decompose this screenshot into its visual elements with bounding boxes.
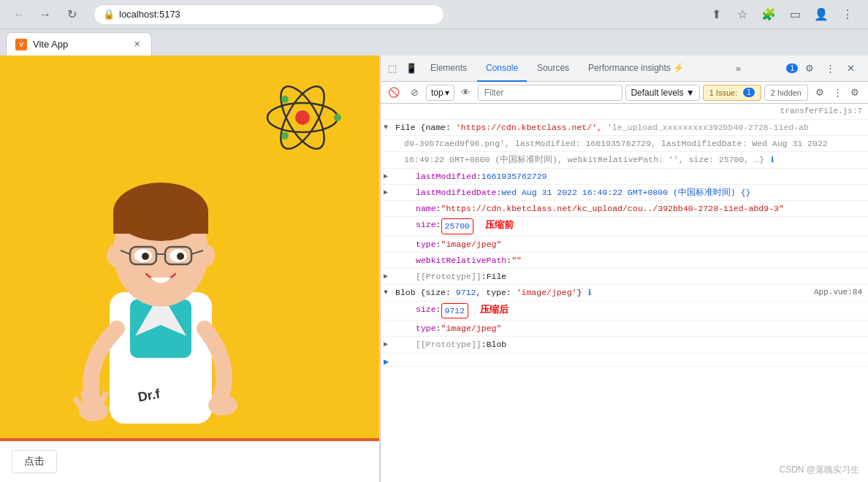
console-type-before: ▶ type : "image/jpeg" (381, 237, 868, 253)
svg-point-4 (281, 96, 289, 103)
tab-elements[interactable]: Elements (422, 56, 476, 82)
console-name-prop: ▶ name : "https://cdn.kbetclass.net/kc_u… (381, 201, 868, 217)
svg-point-3 (334, 114, 341, 121)
share-button[interactable]: ⬆ (704, 3, 728, 26)
app-ref-label: App.vue:84 (814, 286, 862, 299)
size-before-box: 25700 (441, 218, 474, 234)
svg-point-27 (177, 253, 184, 260)
devtools-dots-btn[interactable]: ⋮ (829, 84, 846, 102)
extensions-button[interactable]: 🧩 (757, 3, 780, 26)
size-after-box: 9712 (441, 303, 469, 318)
issue-label: 1 Issue: (709, 88, 738, 97)
tab-close-button[interactable]: ✕ (131, 39, 142, 50)
console-prompt-arrow: ▶ (384, 356, 389, 369)
click-button[interactable]: 点击 (12, 450, 57, 473)
last-modified-date-key: lastModifiedDate (416, 186, 496, 199)
svg-point-26 (142, 253, 149, 260)
active-tab[interactable]: V Vite App ✕ (6, 32, 152, 56)
menu-button[interactable]: ⋮ (836, 3, 859, 26)
blob-obj-text: Blob {size: 9712, type: 'image/jpeg'} ℹ (395, 286, 591, 299)
expand-arrow[interactable]: ▼ (384, 122, 388, 133)
devtools-close-btn[interactable]: ✕ (842, 60, 859, 77)
console-file-ref-1: transferFile.js:7 (381, 104, 868, 120)
console-last-modified: ▶ lastModified : 1661935762729 (381, 169, 868, 185)
name-key: name (416, 202, 436, 215)
expand-arrow-2[interactable]: ▶ (384, 171, 388, 182)
address-bar[interactable]: 🔒 localhost:5173 (94, 4, 444, 25)
prototype-blob-value: Blob (487, 338, 507, 351)
size-before-key: size (416, 218, 436, 231)
info-icon-2[interactable]: ℹ (588, 288, 591, 297)
log-levels-selector[interactable]: Default levels ▼ (625, 85, 699, 101)
forward-button[interactable]: → (35, 4, 56, 25)
svg-line-30 (76, 400, 82, 408)
expand-arrow-3[interactable]: ▶ (384, 187, 388, 198)
console-prototype-file: ▶ [[Prototype]] : File (381, 269, 868, 285)
file-sub2-text: 16:49:22 GMT+0800 (中国标准时间), webkitRelati… (404, 153, 774, 167)
devtools-settings-btn2[interactable]: ⚙ (811, 84, 829, 102)
refresh-button[interactable]: ↻ (61, 4, 82, 25)
tab-more-button[interactable]: » (728, 58, 748, 79)
profile-button[interactable]: 👤 (810, 3, 833, 26)
svg-line-33 (101, 394, 105, 403)
console-file-sub2: 16:49:22 GMT+0800 (中国标准时间), webkitRelati… (381, 152, 868, 169)
console-blob-obj: ▼ Blob {size: 9712, type: 'image/jpeg'} … (381, 285, 868, 302)
webkit-path-key: webkitRelativePath (416, 254, 506, 267)
last-modified-date-value: Wed Aug 31 2022 16:49:22 GMT+0800 (中国标准时… (501, 186, 750, 199)
lock-icon: 🔒 (103, 9, 115, 20)
url-text: localhost:5173 (119, 9, 180, 20)
devtools-more-options-btn[interactable]: ⋮ (821, 60, 839, 77)
svg-point-18 (197, 245, 215, 267)
bookmark-button[interactable]: ☆ (731, 3, 754, 26)
tab-performance-insights[interactable]: Performance insights ⚡ (579, 56, 693, 82)
svg-point-28 (208, 395, 237, 416)
prototype-file-value: File (487, 270, 507, 283)
hidden-label: 2 hidden (771, 88, 802, 97)
console-last-modified-date: ▶ lastModifiedDate : Wed Aug 31 2022 16:… (381, 185, 868, 201)
browser-chrome: ← → ↻ 🔒 localhost:5173 ⬆ ☆ 🧩 ▭ 👤 ⋮ (0, 0, 868, 29)
last-modified-value: 1661935762729 (481, 170, 547, 183)
tab-title: Vite App (33, 39, 125, 50)
console-size-before: ▶ size : 25700 压缩前 (381, 217, 868, 236)
hidden-badge[interactable]: 2 hidden (764, 85, 808, 101)
devtools-panel: ⬚ 📱 Elements Console Sources Performance… (380, 56, 868, 482)
console-filter-btn[interactable]: ⊘ (406, 84, 423, 102)
console-file-sub1: d9-39b7caed0f96.png', lastModified: 1661… (381, 136, 868, 152)
devtools-settings-btn[interactable]: ⚙ (801, 60, 818, 77)
devtools-device-btn[interactable]: 📱 (403, 60, 420, 77)
expand-arrow-12[interactable]: ▶ (384, 339, 388, 350)
devtools-issue-badge: 1 (786, 64, 798, 73)
expand-arrow-9[interactable]: ▼ (384, 287, 388, 298)
devtools-inspect-btn[interactable]: ⬚ (384, 60, 401, 77)
info-icon-1[interactable]: ℹ (771, 156, 774, 164)
page-area: Dr.f (0, 56, 380, 482)
type-before-value: "image/jpeg" (441, 238, 502, 250)
svg-point-6 (295, 110, 310, 125)
context-selector[interactable]: top ▾ (426, 85, 454, 101)
tab-console[interactable]: Console (477, 56, 527, 82)
console-type-after: ▶ type : "image/jpeg" (381, 321, 868, 337)
size-before-label: 压缩前 (485, 218, 514, 233)
watermark: CSDN @落魄实习生 (779, 464, 859, 476)
back-button[interactable]: ← (9, 4, 29, 25)
tab-sources[interactable]: Sources (528, 56, 578, 82)
console-clear-btn[interactable]: 🚫 (385, 84, 403, 102)
name-value: "https://cdn.kbetclass.net/kc_upload/cou… (441, 202, 784, 215)
type-before-key: type (416, 238, 436, 250)
console-eye-btn[interactable]: 👁 (457, 84, 475, 102)
console-output: transferFile.js:7 ▼ File {name: 'https:/… (381, 104, 868, 482)
console-filter-input[interactable] (478, 85, 623, 101)
page-content: Dr.f (0, 56, 379, 438)
devtools-gear-btn[interactable]: ⚙ (846, 84, 864, 102)
issue-count-badge[interactable]: 1 Issue: 1 (703, 85, 761, 101)
tab-view-button[interactable]: ▭ (783, 3, 807, 26)
log-levels-label: Default levels ▼ (631, 88, 694, 98)
size-after-key: size (416, 303, 436, 315)
console-prototype-blob: ▶ [[Prototype]] : Blob (381, 337, 868, 353)
file-obj-text: File {name: 'https://cdn.kbetclass.net/'… (395, 121, 809, 134)
expand-arrow-8[interactable]: ▶ (384, 271, 388, 282)
tab-favicon: V (15, 39, 27, 50)
button-area: 点击 (0, 441, 379, 482)
devtools-tab-bar: ⬚ 📱 Elements Console Sources Performance… (381, 56, 868, 82)
type-after-key: type (416, 322, 436, 334)
